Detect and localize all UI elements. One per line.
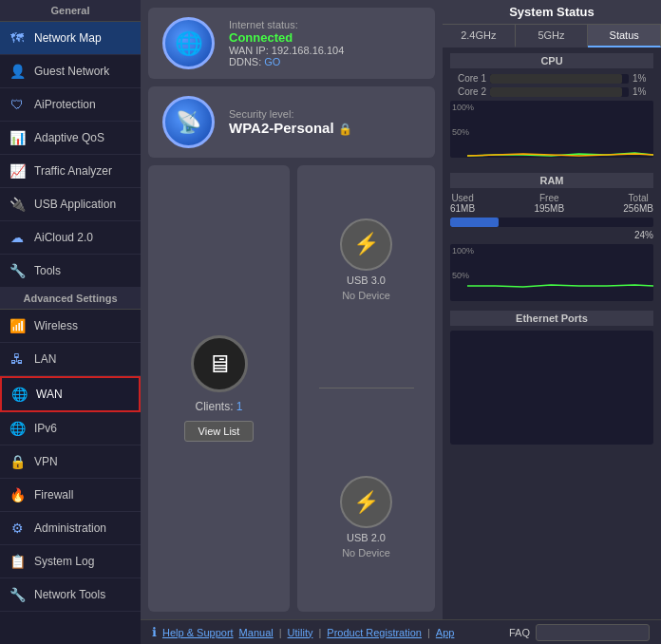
cpu-core2-bar-bg (490, 87, 629, 97)
internet-status-info: Internet status: Connected WAN IP: 192.1… (229, 19, 344, 67)
sidebar-item-wireless[interactable]: 📶 Wireless (0, 310, 141, 343)
footer: ℹ Help & Support Manual | Utility | Prod… (141, 619, 661, 644)
sidebar-item-traffic-analyzer[interactable]: 📈 Traffic Analyzer (0, 155, 141, 188)
sidebar-label-aiprotection: AiProtection (34, 98, 96, 111)
usb30-label: USB 3.0 (347, 275, 386, 286)
app-link[interactable]: App (436, 627, 455, 638)
sidebar-item-aiprotection[interactable]: 🛡 AiProtection (0, 88, 141, 122)
sidebar-item-aicloud[interactable]: ☁ AiCloud 2.0 (0, 221, 141, 255)
monitor-icon: 🖥 (191, 335, 248, 392)
product-registration-link[interactable]: Product Registration (327, 627, 422, 638)
ram-total-value: 256MB (623, 203, 653, 214)
usb20-label: USB 2.0 (347, 532, 386, 543)
help-support-link[interactable]: Help & Support (162, 627, 234, 638)
system-log-icon: 📋 (8, 552, 27, 571)
cpu-chart-svg (467, 101, 653, 158)
view-list-button[interactable]: View List (184, 421, 255, 442)
cpu-core1-bar-bg (490, 74, 629, 84)
sidebar-label-guest-network: Guest Network (34, 65, 109, 78)
usb-box: ⚡ USB 3.0 No Device ⚡ USB 2.0 No Device (297, 165, 435, 612)
utility-link[interactable]: Utility (288, 627, 313, 638)
sidebar-label-vpn: VPN (34, 455, 58, 468)
sidebar-general-title: General (0, 0, 141, 22)
tab-2.4ghz[interactable]: 2.4GHz (443, 25, 516, 47)
traffic-analyzer-icon: 📈 (8, 161, 27, 180)
ram-free: Free 195MB (534, 193, 564, 214)
security-label: Security level: (229, 108, 352, 120)
faq-label: FAQ (509, 627, 530, 638)
manual-link[interactable]: Manual (239, 627, 274, 638)
tab-5ghz[interactable]: 5GHz (516, 25, 589, 47)
ram-total: Total 256MB (623, 193, 653, 214)
router-icon: 📡 (162, 96, 215, 148)
ram-section: RAM Used 61MB Free 195MB Total 256MB (443, 167, 661, 311)
ram-used-value: 61MB (450, 203, 475, 214)
ram-used-label: Used (450, 193, 475, 203)
sidebar-advanced-title: Advanced Settings (0, 288, 141, 310)
sidebar-label-network-map: Network Map (34, 31, 102, 45)
firewall-icon: 🔥 (8, 485, 27, 504)
main-content: 🌐 Internet status: Connected WAN IP: 192… (141, 0, 661, 619)
ddns-go-link[interactable]: GO (264, 56, 280, 67)
faq-search-input[interactable] (536, 624, 650, 641)
sidebar-item-ipv6[interactable]: 🌐 IPv6 (0, 412, 141, 445)
cpu-chart: 100% 50% (450, 101, 653, 158)
usb20-status: No Device (342, 547, 390, 559)
sidebar-item-adaptive-qos[interactable]: 📊 Adaptive QoS (0, 122, 141, 155)
internet-status-value: Connected (229, 30, 344, 45)
ram-bar-fill (450, 218, 499, 227)
aiprotection-icon: 🛡 (8, 95, 27, 114)
ram-chart: 100% 50% (450, 244, 653, 301)
sidebar-item-network-tools[interactable]: 🔧 Network Tools (0, 578, 141, 612)
sidebar-item-firewall[interactable]: 🔥 Firewall (0, 479, 141, 512)
cpu-title: CPU (450, 53, 653, 68)
network-tools-icon: 🔧 (8, 585, 27, 604)
sidebar-item-vpn[interactable]: 🔒 VPN (0, 445, 141, 479)
sidebar-item-administration[interactable]: ⚙ Administration (0, 512, 141, 545)
sidebar-label-usb-application: USB Application (34, 198, 116, 211)
system-status-title: System Status (443, 0, 661, 25)
aicloud-icon: ☁ (8, 228, 27, 247)
sidebar: General 🗺 Network Map 👤 Guest Network 🛡 … (0, 0, 141, 644)
cpu-core1-pct: 1% (633, 73, 653, 84)
sidebar-label-traffic-analyzer: Traffic Analyzer (34, 164, 112, 178)
cpu-core2-pct: 1% (633, 86, 653, 97)
usb30-item: ⚡ USB 3.0 No Device (340, 218, 392, 301)
ram-pct: 24% (450, 230, 653, 240)
tab-status[interactable]: Status (588, 25, 661, 47)
sidebar-item-tools[interactable]: 🔧 Tools (0, 255, 141, 288)
ram-free-label: Free (534, 193, 564, 203)
usb30-icon: ⚡ (340, 218, 392, 271)
cpu-core1-bar-fill (490, 74, 622, 84)
sidebar-item-guest-network[interactable]: 👤 Guest Network (0, 55, 141, 88)
ipv6-icon: 🌐 (8, 419, 27, 438)
sidebar-item-lan[interactable]: 🖧 LAN (0, 343, 141, 376)
sep2: | (318, 627, 321, 638)
sidebar-label-wan: WAN (36, 388, 63, 401)
guest-network-icon: 👤 (8, 62, 27, 81)
network-map-icon: 🗺 (8, 28, 27, 47)
sidebar-label-administration: Administration (34, 521, 106, 535)
ddns-row: DDNS: GO (229, 56, 344, 67)
cpu-core2-label: Core 2 (450, 86, 486, 97)
sidebar-item-network-map[interactable]: 🗺 Network Map (0, 22, 141, 55)
sidebar-item-system-log[interactable]: 📋 System Log (0, 545, 141, 578)
ram-title: RAM (450, 173, 653, 188)
adaptive-qos-icon: 📊 (8, 128, 27, 147)
sidebar-item-usb-application[interactable]: 🔌 USB Application (0, 188, 141, 221)
security-wpa: WPA2-Personal 🔒 (229, 120, 352, 136)
help-icon: ℹ (152, 625, 157, 639)
sidebar-label-wireless: Wireless (34, 319, 78, 332)
sidebar-label-ipv6: IPv6 (34, 422, 57, 435)
wireless-icon: 📶 (8, 316, 27, 335)
sidebar-label-tools: Tools (34, 264, 61, 277)
security-info: Security level: WPA2-Personal 🔒 (229, 108, 352, 136)
center-panel: 🌐 Internet status: Connected WAN IP: 192… (141, 0, 443, 619)
clients-box: 🖥 Clients: 1 View List (148, 165, 290, 612)
cpu-core1-label: Core 1 (450, 73, 486, 84)
sidebar-label-adaptive-qos: Adaptive QoS (34, 131, 104, 144)
ethernet-content (450, 331, 653, 445)
right-panel: System Status 2.4GHz 5GHz Status CPU Cor… (443, 0, 661, 619)
usb-application-icon: 🔌 (8, 195, 27, 214)
sidebar-item-wan[interactable]: 🌐 WAN (0, 376, 141, 412)
